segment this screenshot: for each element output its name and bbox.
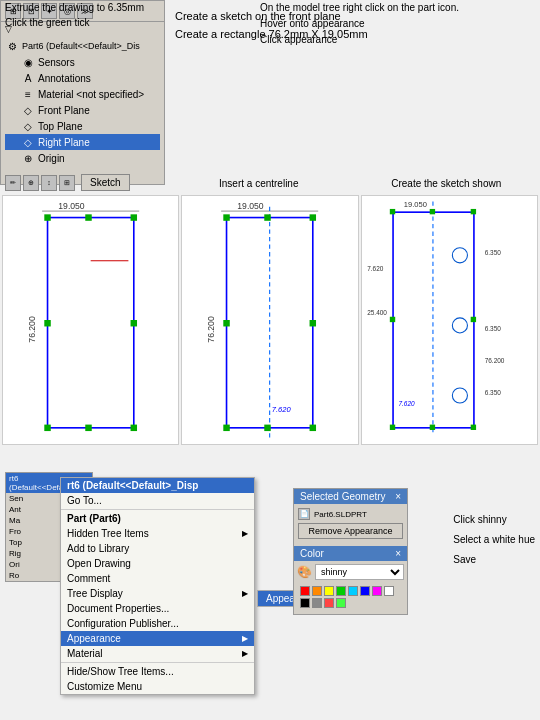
extrude-text: Extrude the drawing to 6.35mm Click the …: [5, 0, 144, 30]
ctx-appearance[interactable]: Appearance ▶: [61, 631, 254, 646]
swatch-red[interactable]: [300, 586, 310, 596]
dim-l2: 25.400: [367, 309, 387, 316]
dim-r4: 76.200: [484, 357, 504, 364]
ctx-config[interactable]: Configuration Publisher...: [61, 616, 254, 631]
sketch-labels-row: Insert a centreline Create the sketch sh…: [0, 178, 540, 189]
ctx-tree-display-label: Tree Display: [67, 588, 123, 599]
centreline-dim: 7.620: [272, 405, 292, 414]
dim-top-2: 19.050: [238, 201, 265, 211]
top-plane-icon: ◇: [21, 119, 35, 133]
corner-tr-2: [310, 214, 316, 220]
ctx-customize[interactable]: Customize Menu: [61, 679, 254, 694]
tree-item-material[interactable]: ≡ Material <not specified>: [5, 86, 160, 102]
mid-l-2: [224, 320, 230, 326]
ctx-comment[interactable]: Comment: [61, 571, 254, 586]
sensors-icon: ◉: [21, 55, 35, 69]
ctx-goto[interactable]: Go To...: [61, 493, 254, 508]
sketch-label1: Insert a centreline: [165, 178, 353, 189]
dim-left-2: 76.200: [206, 316, 216, 343]
color-body: 🎨 shinny: [294, 561, 407, 614]
context-menu-header: rt6 (Default<<Default>_Disp: [61, 478, 254, 493]
tree-origin-label: Origin: [38, 153, 65, 164]
corner-bl-2: [224, 425, 230, 431]
mid-t-1: [85, 214, 91, 220]
g5: [429, 209, 434, 214]
drawing-svg-3: 19.050 6.350 6.350 6.350 76.200 7.620: [362, 196, 537, 444]
g2: [470, 209, 475, 214]
ctx-part-label: Part (Part6): [67, 513, 121, 524]
swatch-lightred[interactable]: [324, 598, 334, 608]
ctx-hidden[interactable]: Hidden Tree Items ▶: [61, 526, 254, 541]
circle3: [452, 388, 467, 403]
side-labels-area: Click shinny Select a white hue Save: [453, 510, 535, 570]
remove-appearance-button[interactable]: Remove Appearance: [298, 523, 403, 539]
ctx-material[interactable]: Material ▶: [61, 646, 254, 661]
swatch-magenta[interactable]: [372, 586, 382, 596]
drawing-svg-2: 19.050 76.200 7.620: [182, 196, 357, 444]
swatch-green[interactable]: [336, 586, 346, 596]
corner-tr-1: [131, 214, 137, 220]
swatch-black[interactable]: [300, 598, 310, 608]
swatch-gray[interactable]: [312, 598, 322, 608]
color-header: Color ×: [294, 546, 407, 561]
swatch-white[interactable]: [384, 586, 394, 596]
annotations-icon: A: [21, 71, 35, 85]
front-plane-icon: ◇: [21, 103, 35, 117]
dim-l1: 7.620: [367, 265, 384, 272]
selected-geometry-title: Selected Geometry: [300, 491, 386, 502]
tree-item-sensors[interactable]: ◉ Sensors: [5, 54, 160, 70]
swatch-yellow[interactable]: [324, 586, 334, 596]
main-rect-3: [393, 212, 474, 428]
selected-geometry-panel: Selected Geometry × 📄 Part6.SLDPRT Remov…: [293, 488, 408, 615]
ctx-material-arrow: ▶: [242, 649, 248, 658]
tree-items: ⚙ Part6 (Default<<Default>_Dis ◉ Sensors…: [1, 36, 164, 168]
right-click-line1: On the model tree right click on the par…: [260, 0, 459, 16]
circle1: [452, 248, 467, 263]
color-close-icon[interactable]: ×: [395, 548, 401, 559]
drawings-area: 19.050 76.200 19.050 76.200: [0, 195, 540, 445]
ctx-appearance-arrow: ▶: [242, 634, 248, 643]
ctx-library[interactable]: Add to Library: [61, 541, 254, 556]
g6: [429, 425, 434, 430]
selected-geometry-header: Selected Geometry ×: [294, 489, 407, 504]
swatch-orange[interactable]: [312, 586, 322, 596]
ctx-sep1: [61, 509, 254, 510]
tree-item-annotations[interactable]: A Annotations: [5, 70, 160, 86]
dim-top-3: 19.050: [403, 200, 426, 209]
tree-item-front-plane[interactable]: ◇ Front Plane: [5, 102, 160, 118]
drawing-box-3: 19.050 6.350 6.350 6.350 76.200 7.620: [361, 195, 538, 445]
side-label-shinny: Click shinny: [453, 510, 535, 530]
right-plane-icon: ◇: [21, 135, 35, 149]
ctx-hidden-label: Hidden Tree Items: [67, 528, 149, 539]
swatch-lightgreen[interactable]: [336, 598, 346, 608]
ctx-drawing-label: Open Drawing: [67, 558, 131, 569]
ctx-doc-props[interactable]: Document Properties...: [61, 601, 254, 616]
ctx-tree-display[interactable]: Tree Display ▶: [61, 586, 254, 601]
shinny-dropdown[interactable]: shinny: [315, 564, 404, 580]
g7: [389, 317, 394, 322]
panel-close-icon[interactable]: ×: [395, 491, 401, 502]
context-menu[interactable]: rt6 (Default<<Default>_Disp Go To... Par…: [60, 477, 255, 695]
ctx-tree-arrow: ▶: [242, 589, 248, 598]
swatch-blue[interactable]: [360, 586, 370, 596]
main-rect-1: [48, 218, 134, 428]
ctx-sep2: [61, 662, 254, 663]
dim-r3: 6.350: [484, 389, 501, 396]
mid-b-1: [85, 425, 91, 431]
tree-item-right-plane[interactable]: ◇ Right Plane: [5, 134, 160, 150]
extrude-line2: Click the green tick: [5, 15, 144, 30]
drawing-box-1: 19.050 76.200: [2, 195, 179, 445]
color-control-row: 🎨 shinny: [297, 564, 404, 580]
ctx-drawing[interactable]: Open Drawing: [61, 556, 254, 571]
ctx-part[interactable]: Part (Part6): [61, 511, 254, 526]
dim-left-1: 76.200: [27, 316, 37, 343]
swatch-cyan[interactable]: [348, 586, 358, 596]
tree-item-origin[interactable]: ⊕ Origin: [5, 150, 160, 166]
tree-item-part[interactable]: ⚙ Part6 (Default<<Default>_Dis: [5, 38, 160, 54]
ctx-hide-show[interactable]: Hide/Show Tree Items...: [61, 664, 254, 679]
mid-r-1: [131, 320, 137, 326]
corner-br-2: [310, 425, 316, 431]
ctx-library-label: Add to Library: [67, 543, 129, 554]
corner-br-1: [131, 425, 137, 431]
tree-item-top-plane[interactable]: ◇ Top Plane: [5, 118, 160, 134]
